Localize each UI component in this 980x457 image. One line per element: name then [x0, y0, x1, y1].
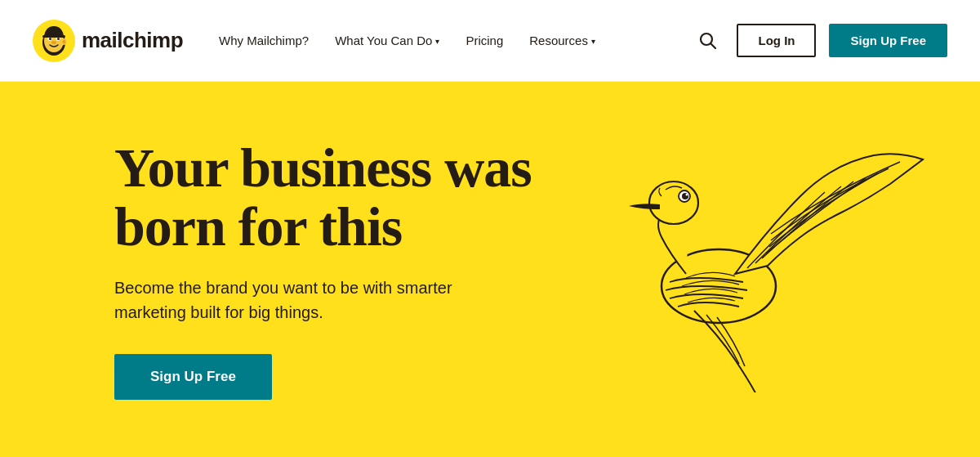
nav-item-what-you-can-do[interactable]: What You Can Do ▾	[325, 27, 449, 54]
navbar: mailchimp Why Mailchimp? What You Can Do…	[0, 0, 980, 82]
hero-signup-button[interactable]: Sign Up Free	[114, 354, 272, 400]
nav-item-why-mailchimp[interactable]: Why Mailchimp?	[209, 27, 318, 54]
bird-icon	[588, 147, 931, 392]
chevron-down-icon: ▾	[435, 37, 439, 46]
nav-item-resources[interactable]: Resources ▾	[519, 27, 605, 54]
svg-point-14	[649, 181, 698, 224]
svg-point-7	[51, 41, 56, 44]
hero-content: Your business was born for this Become t…	[114, 139, 572, 400]
svg-point-17	[686, 193, 688, 195]
hero-subtitle: Become the brand you want to be with sma…	[114, 276, 506, 325]
svg-point-5	[49, 38, 51, 40]
svg-point-10	[63, 39, 66, 43]
search-button[interactable]	[693, 25, 724, 56]
login-button[interactable]: Log In	[737, 24, 816, 57]
svg-line-12	[711, 43, 716, 48]
svg-rect-8	[42, 35, 65, 38]
hero-section: Your business was born for this Become t…	[0, 82, 980, 457]
chevron-down-icon: ▾	[591, 37, 595, 46]
svg-point-6	[57, 38, 60, 40]
hero-title: Your business was born for this	[114, 139, 572, 256]
search-icon	[699, 32, 717, 50]
logo-link[interactable]: mailchimp	[33, 20, 183, 62]
nav-item-pricing[interactable]: Pricing	[456, 27, 513, 54]
nav-links: Why Mailchimp? What You Can Do ▾ Pricing…	[209, 27, 693, 54]
nav-signup-button[interactable]: Sign Up Free	[829, 24, 947, 57]
nav-right-actions: Log In Sign Up Free	[693, 24, 947, 57]
bird-illustration	[588, 147, 931, 392]
logo-text: mailchimp	[82, 28, 183, 53]
mailchimp-logo-icon	[33, 20, 75, 62]
